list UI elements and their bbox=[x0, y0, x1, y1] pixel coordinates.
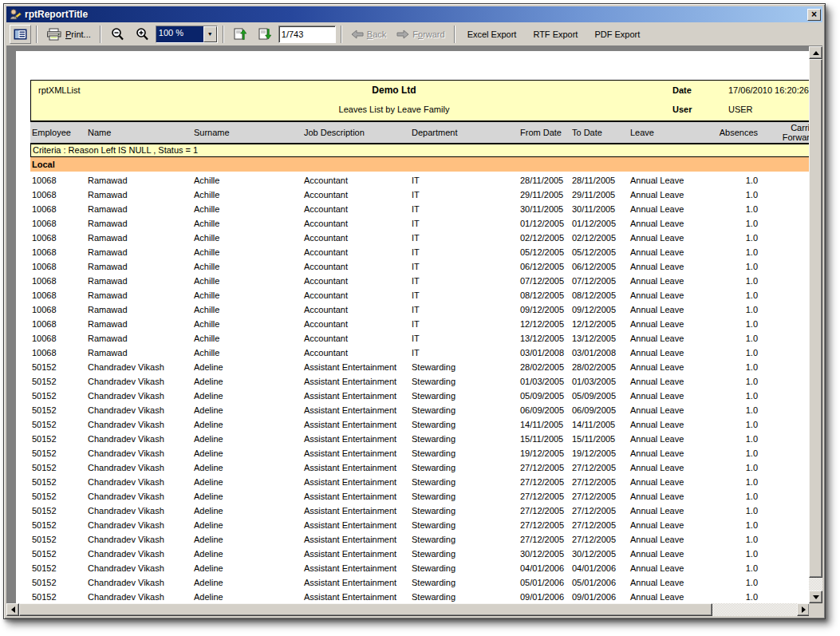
cell-job-description: Accountant bbox=[304, 302, 412, 317]
cell-job-description: Assistant Entertainment bbox=[304, 460, 412, 475]
horizontal-scroll-thumb[interactable] bbox=[19, 603, 712, 616]
column-header-job-description: Job Description bbox=[304, 128, 412, 137]
cell-employee: 10068 bbox=[32, 302, 88, 317]
next-page-button[interactable] bbox=[254, 25, 276, 44]
cell-employee: 50152 bbox=[32, 518, 88, 532]
cell-job-description: Accountant bbox=[304, 245, 412, 259]
vertical-scroll-thumb[interactable] bbox=[809, 59, 822, 578]
cell-job-description: Assistant Entertainment bbox=[304, 504, 412, 518]
cell-job-description: Accountant bbox=[304, 331, 412, 346]
magnifier-minus-icon bbox=[110, 27, 124, 41]
cell-leave: Annual Leave bbox=[630, 489, 710, 504]
cell-leave: Annual Leave bbox=[630, 575, 710, 590]
scroll-down-button[interactable] bbox=[809, 591, 822, 603]
scroll-left-button[interactable] bbox=[6, 603, 19, 616]
title-bar[interactable]: rptReportTitle × bbox=[6, 6, 822, 22]
cell-department: Stewarding bbox=[412, 532, 520, 547]
toolbar: Print... bbox=[6, 22, 822, 46]
cell-employee: 50152 bbox=[32, 360, 88, 374]
cell-leave: Annual Leave bbox=[630, 346, 710, 360]
page-counter-input[interactable] bbox=[278, 26, 336, 43]
cell-to-date: 28/11/2005 bbox=[572, 173, 630, 188]
cell-leave: Annual Leave bbox=[630, 561, 710, 575]
zoom-out-button[interactable] bbox=[106, 25, 128, 44]
group-tree-toggle-button[interactable] bbox=[10, 25, 31, 44]
table-row: 50152 Chandradev Vikash Adeline Assistan… bbox=[16, 389, 810, 403]
combo-dropdown-button[interactable]: ▼ bbox=[203, 26, 217, 42]
cell-absences: 1.0 bbox=[710, 245, 758, 259]
cell-absences: 1.0 bbox=[710, 231, 758, 245]
cell-to-date: 04/01/2006 bbox=[572, 561, 630, 575]
cell-absences: 1.0 bbox=[710, 432, 758, 446]
rtf-export-button[interactable]: RTF Export bbox=[526, 25, 585, 44]
cell-job-description: Assistant Entertainment bbox=[304, 475, 412, 489]
cell-department: IT bbox=[412, 173, 520, 188]
back-button-label: Back bbox=[367, 30, 386, 39]
cell-surname: Achille bbox=[194, 317, 304, 331]
cell-department: IT bbox=[412, 259, 520, 274]
cell-job-description: Assistant Entertainment bbox=[304, 432, 412, 446]
cell-employee: 50152 bbox=[32, 403, 88, 417]
scroll-up-button[interactable] bbox=[809, 46, 822, 59]
cell-department: Stewarding bbox=[412, 446, 520, 460]
cell-absences: 1.0 bbox=[710, 173, 758, 188]
cell-surname: Achille bbox=[194, 288, 304, 302]
pdf-export-button[interactable]: PDF Export bbox=[587, 25, 647, 44]
cell-department: IT bbox=[412, 274, 520, 288]
cell-name: Chandradev Vikash bbox=[88, 518, 194, 532]
forward-button[interactable]: Forward bbox=[392, 25, 448, 44]
column-header-row: Employee Name Surname Job Description De… bbox=[30, 121, 810, 144]
triangle-up-icon bbox=[813, 51, 819, 55]
back-button[interactable]: Back bbox=[347, 25, 390, 44]
print-button[interactable]: Print... bbox=[42, 25, 95, 44]
cell-leave: Annual Leave bbox=[630, 532, 710, 547]
cell-to-date: 13/12/2005 bbox=[572, 331, 630, 346]
scroll-right-button[interactable] bbox=[797, 603, 810, 616]
cell-from-date: 03/01/2008 bbox=[520, 346, 572, 360]
cell-from-date: 06/09/2005 bbox=[520, 403, 572, 417]
cell-surname: Achille bbox=[194, 302, 304, 317]
table-row: 10068 Ramawad Achille Accountant IT 29/1… bbox=[16, 188, 810, 202]
company-name: Demo Ltd bbox=[334, 85, 454, 96]
cell-name: Chandradev Vikash bbox=[88, 360, 194, 374]
cell-surname: Achille bbox=[194, 188, 304, 202]
zoom-in-button[interactable] bbox=[131, 25, 153, 44]
excel-export-button[interactable]: Excel Export bbox=[460, 25, 524, 44]
cell-from-date: 27/12/2005 bbox=[520, 489, 572, 504]
cell-to-date: 06/09/2005 bbox=[572, 403, 630, 417]
cell-from-date: 12/12/2005 bbox=[520, 317, 572, 331]
report-window: rptReportTitle × bbox=[3, 3, 826, 619]
column-header-leave: Leave bbox=[630, 128, 710, 137]
cell-to-date: 07/12/2005 bbox=[572, 274, 630, 288]
horizontal-scrollbar[interactable] bbox=[6, 603, 810, 616]
cell-name: Ramawad bbox=[88, 231, 194, 245]
toolbar-separator bbox=[100, 26, 101, 43]
date-label: Date bbox=[672, 85, 692, 95]
cell-department: IT bbox=[412, 288, 520, 302]
cell-name: Ramawad bbox=[88, 317, 194, 331]
cell-leave: Annual Leave bbox=[630, 460, 710, 475]
table-row: 10068 Ramawad Achille Accountant IT 12/1… bbox=[16, 317, 810, 331]
cell-absences: 1.0 bbox=[710, 403, 758, 417]
cell-leave: Annual Leave bbox=[630, 389, 710, 403]
table-row: 10068 Ramawad Achille Accountant IT 06/1… bbox=[16, 259, 810, 274]
cell-from-date: 08/12/2005 bbox=[520, 288, 572, 302]
cell-from-date: 28/02/2005 bbox=[520, 360, 572, 374]
report-title: Leaves List by Leave Family bbox=[294, 105, 494, 114]
cell-leave: Annual Leave bbox=[630, 518, 710, 532]
cell-name: Ramawad bbox=[88, 259, 194, 274]
close-button[interactable]: × bbox=[807, 9, 821, 21]
cell-surname: Adeline bbox=[194, 504, 304, 518]
cell-department: Stewarding bbox=[412, 475, 520, 489]
cell-leave: Annual Leave bbox=[630, 504, 710, 518]
zoom-level-combobox[interactable]: 100 % ▼ bbox=[156, 26, 218, 43]
cell-department: Stewarding bbox=[412, 460, 520, 475]
vertical-scrollbar[interactable] bbox=[809, 46, 822, 603]
cell-surname: Achille bbox=[194, 245, 304, 259]
cell-from-date: 27/12/2005 bbox=[520, 532, 572, 547]
cell-employee: 10068 bbox=[32, 288, 88, 302]
table-row: 50152 Chandradev Vikash Adeline Assistan… bbox=[16, 532, 810, 547]
previous-page-button[interactable] bbox=[229, 25, 251, 44]
cell-job-description: Accountant bbox=[304, 274, 412, 288]
cell-from-date: 13/12/2005 bbox=[520, 331, 572, 346]
